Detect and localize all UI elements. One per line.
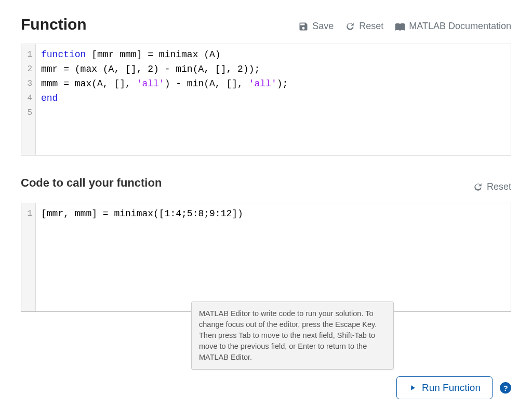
line-number: 3 xyxy=(24,76,32,91)
footer-row: Run Function ? xyxy=(396,376,511,399)
save-label: Save xyxy=(312,21,334,32)
reset-icon xyxy=(473,182,483,192)
function-toolbar: Save Reset MATLAB Documentation xyxy=(298,16,511,32)
tooltip-text: MATLAB Editor to write code to run your … xyxy=(199,309,377,361)
function-editor[interactable]: 12345 function [mmr mmm] = minimax (A)mm… xyxy=(21,44,511,155)
save-icon xyxy=(298,21,309,32)
editor-tooltip: MATLAB Editor to write code to run your … xyxy=(191,302,394,370)
code-token: [mmr, mmm] = minimax([1:4;5:8;9:12]) xyxy=(41,208,243,219)
code-line[interactable]: mmm = max(A, [], 'all') - min(A, [], 'al… xyxy=(41,76,506,91)
line-number: 2 xyxy=(24,62,32,76)
line-number: 1 xyxy=(24,206,32,221)
function-editor-gutter: 12345 xyxy=(21,44,36,155)
line-number: 1 xyxy=(24,47,32,62)
code-token: [mmr mmm] = minimax (A) xyxy=(86,49,220,60)
help-label: ? xyxy=(503,384,508,392)
reset-icon xyxy=(345,21,355,32)
call-editor-gutter: 1 xyxy=(21,203,36,311)
docs-button[interactable]: MATLAB Documentation xyxy=(395,21,511,32)
call-editor[interactable]: 1 [mmr, mmm] = minimax([1:4;5:8;9:12]) xyxy=(21,203,511,312)
call-reset-label: Reset xyxy=(487,181,511,192)
help-button[interactable]: ? xyxy=(500,382,511,394)
code-line[interactable]: function [mmr mmm] = minimax (A) xyxy=(41,47,506,62)
call-reset-button[interactable]: Reset xyxy=(473,181,511,192)
code-token: ) - min(A, [], xyxy=(165,78,249,89)
reset-label: Reset xyxy=(359,21,383,32)
code-line[interactable]: [mmr, mmm] = minimax([1:4;5:8;9:12]) xyxy=(41,206,506,221)
line-number: 4 xyxy=(24,91,32,106)
code-token: 'all' xyxy=(137,78,165,89)
save-button[interactable]: Save xyxy=(298,21,334,32)
code-token: function xyxy=(41,49,86,60)
call-section-header: Code to call your function Reset xyxy=(21,176,511,192)
code-line[interactable]: end xyxy=(41,91,506,106)
reset-button[interactable]: Reset xyxy=(345,21,383,32)
code-line[interactable] xyxy=(41,106,506,120)
function-editor-code[interactable]: function [mmr mmm] = minimax (A)mmr = (m… xyxy=(36,44,511,155)
play-icon xyxy=(408,384,417,392)
code-token: end xyxy=(41,93,58,103)
code-line[interactable]: mmr = (max (A, [], 2) - min(A, [], 2)); xyxy=(41,62,506,76)
run-label: Run Function xyxy=(422,382,481,394)
function-title: Function xyxy=(21,16,87,33)
function-section-header: Function Save Reset MATLAB Documentation xyxy=(21,16,511,33)
code-token: ); xyxy=(277,78,288,89)
docs-label: MATLAB Documentation xyxy=(409,21,511,32)
line-number: 5 xyxy=(24,106,32,120)
book-icon xyxy=(395,21,405,32)
call-title: Code to call your function xyxy=(21,176,162,190)
code-token: mmm = max(A, [], xyxy=(41,78,137,89)
run-function-button[interactable]: Run Function xyxy=(396,376,493,399)
call-editor-code[interactable]: [mmr, mmm] = minimax([1:4;5:8;9:12]) xyxy=(36,203,511,311)
call-toolbar: Reset xyxy=(473,176,511,192)
code-token: 'all' xyxy=(249,78,277,89)
code-token: mmr = (max (A, [], 2) - min(A, [], 2)); xyxy=(41,64,260,74)
